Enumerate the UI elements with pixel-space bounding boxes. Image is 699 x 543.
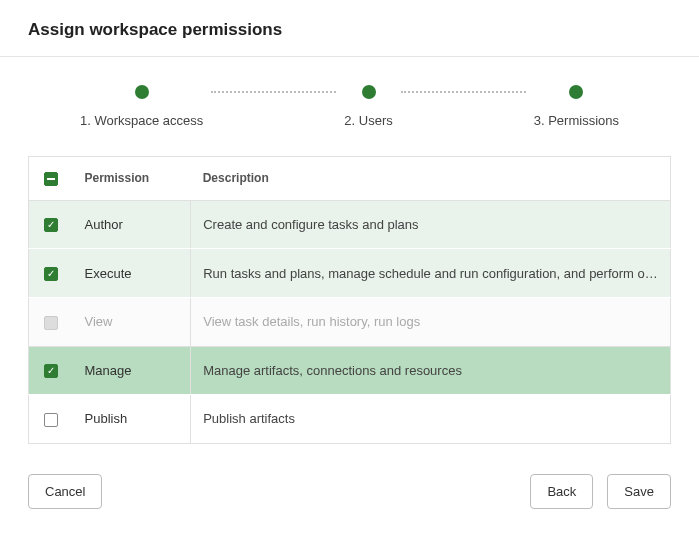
table-row[interactable]: ✓AuthorCreate and configure tasks and pl… (29, 200, 671, 249)
row-checkbox (44, 316, 58, 330)
row-checkbox[interactable]: ✓ (44, 218, 58, 232)
step-users[interactable]: 2. Users (344, 85, 392, 128)
page-title: Assign workspace permissions (28, 20, 671, 40)
permissions-table: Permission Description ✓AuthorCreate and… (28, 156, 671, 444)
permission-description: Manage artifacts, connections and resour… (191, 346, 671, 395)
checkmark-icon: ✓ (47, 269, 55, 279)
step-permissions[interactable]: 3. Permissions (534, 85, 619, 128)
row-checkbox[interactable]: ✓ (44, 267, 58, 281)
permission-name: Manage (73, 346, 191, 395)
step-dot-icon (362, 85, 376, 99)
permission-name: View (73, 297, 191, 346)
indeterminate-icon (47, 178, 55, 180)
step-connector (211, 85, 336, 99)
permission-name: Execute (73, 249, 191, 298)
step-connector (401, 85, 526, 99)
table-row[interactable]: ✓ManageManage artifacts, connections and… (29, 346, 671, 395)
step-dot-icon (135, 85, 149, 99)
cancel-button[interactable]: Cancel (28, 474, 102, 509)
save-button[interactable]: Save (607, 474, 671, 509)
row-checkbox[interactable]: ✓ (44, 364, 58, 378)
permission-description: Publish artifacts (191, 395, 671, 444)
step-label: 2. Users (344, 113, 392, 128)
stepper: 1. Workspace access 2. Users 3. Permissi… (0, 57, 699, 156)
checkmark-icon: ✓ (47, 366, 55, 376)
select-all-checkbox[interactable] (44, 172, 58, 186)
permission-description: View task details, run history, run logs (191, 297, 671, 346)
table-row[interactable]: ✓ExecuteRun tasks and plans, manage sche… (29, 249, 671, 298)
permission-name: Author (73, 200, 191, 249)
column-header-description: Description (191, 157, 671, 201)
step-workspace-access[interactable]: 1. Workspace access (80, 85, 203, 128)
step-label: 1. Workspace access (80, 113, 203, 128)
step-dot-icon (569, 85, 583, 99)
permission-name: Publish (73, 395, 191, 444)
permission-description: Run tasks and plans, manage schedule and… (191, 249, 671, 298)
back-button[interactable]: Back (530, 474, 593, 509)
permission-description: Create and configure tasks and plans (191, 200, 671, 249)
checkmark-icon: ✓ (47, 220, 55, 230)
column-header-permission: Permission (73, 157, 191, 201)
table-row[interactable]: ViewView task details, run history, run … (29, 297, 671, 346)
row-checkbox[interactable] (44, 413, 58, 427)
step-label: 3. Permissions (534, 113, 619, 128)
table-row[interactable]: PublishPublish artifacts (29, 395, 671, 444)
